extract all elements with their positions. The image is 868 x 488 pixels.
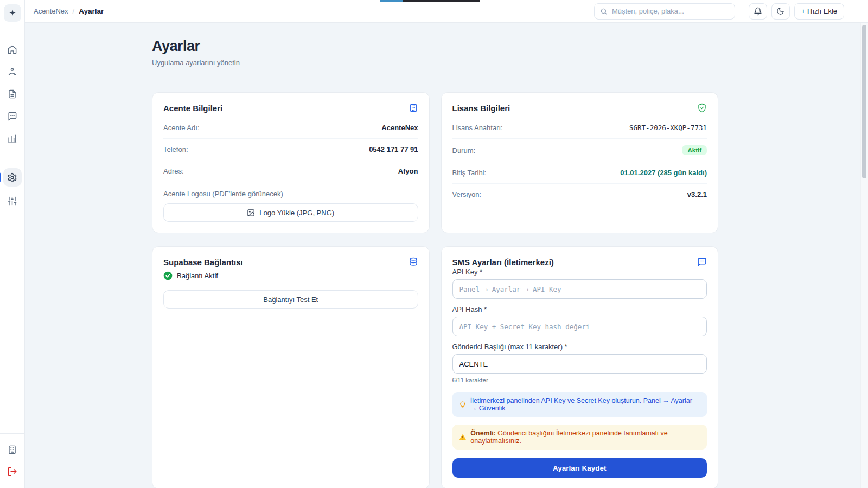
active-indicator (0, 173, 1, 182)
settings-grid: Acente Bilgileri Acente Adı: AcenteNex T… (152, 92, 718, 488)
sidebar-bottom (0, 433, 24, 488)
image-icon (247, 209, 255, 217)
sms-card-title: SMS Ayarları (İletimerkezi) (452, 258, 554, 267)
gear-icon (7, 172, 17, 183)
sidebar (0, 0, 25, 488)
license-key-value: SGRT-2026-XKQP-7731 (629, 124, 707, 132)
top-header: AcenteNex / Ayarlar + Hızlı Ekle (25, 0, 868, 23)
license-version-label: Versiyon: (452, 190, 481, 198)
scrollbar-track[interactable] (860, 23, 868, 488)
sms-info-text: İletimerkezi panelinden API Key ve Secre… (470, 397, 700, 412)
database-icon (409, 257, 418, 267)
search-icon (600, 8, 608, 15)
sms-warning-text: Önemli: Gönderici başlığını İletimerkezi… (470, 429, 700, 445)
header-divider (742, 7, 742, 16)
shield-check-icon (697, 103, 707, 113)
agency-name-row: Acente Adı: AcenteNex (163, 117, 418, 139)
notifications-button[interactable] (749, 3, 767, 20)
license-key-label: Lisans Anahtarı: (452, 124, 503, 132)
license-expiry-value: 01.01.2027 (285 gün kaldı) (620, 169, 707, 177)
agency-phone-row: Telefon: 0542 171 77 91 (163, 139, 418, 160)
building-icon (409, 103, 418, 113)
logo-upload-button[interactable]: Logo Yükle (JPG, PNG) (163, 203, 418, 222)
chat-bubble-icon (7, 111, 17, 121)
supabase-card: Supabase Bağlantısı Bağlantı Aktif Bağla… (152, 246, 430, 488)
agency-name-value: AcenteNex (381, 124, 418, 132)
test-connection-button[interactable]: Bağlantıyı Test Et (163, 290, 418, 309)
main-area: Ayarlar Uygulama ayarlarını yönetin Acen… (25, 23, 868, 488)
license-card-title: Lisans Bilgileri (452, 104, 510, 113)
license-expiry-label: Bitiş Tarihi: (452, 169, 487, 177)
artifact-dark-segment (403, 0, 480, 2)
agency-phone-label: Telefon: (163, 145, 188, 153)
home-icon (7, 44, 17, 55)
license-status-row: Durum: Aktif (452, 139, 707, 162)
connection-status-label: Bağlantı Aktif (177, 272, 218, 280)
building-icon (7, 445, 17, 455)
license-expiry-row: Bitiş Tarihi: 01.01.2027 (285 gün kaldı) (452, 162, 707, 184)
chat-icon (697, 257, 707, 267)
warning-triangle-icon (459, 433, 467, 441)
breadcrumb-page: Ayarlar (79, 7, 104, 15)
save-settings-button[interactable]: Ayarları Kaydet (452, 458, 707, 478)
api-hash-label: API Hash * (452, 305, 707, 313)
agency-info-card: Acente Bilgileri Acente Adı: AcenteNex T… (152, 92, 430, 233)
check-circle-icon (163, 271, 173, 280)
api-key-input[interactable] (452, 279, 707, 299)
document-icon (7, 89, 17, 99)
api-key-label: API Key * (452, 268, 707, 276)
agency-phone-value: 0542 171 77 91 (369, 145, 418, 153)
sidebar-item-home[interactable] (3, 41, 22, 57)
sidebar-item-settings[interactable] (3, 168, 22, 187)
sliders-icon (7, 196, 17, 206)
sender-title-label: Gönderici Başlığı (max 11 karakter) * (452, 343, 707, 351)
api-hash-input[interactable] (452, 317, 707, 336)
sidebar-item-customers[interactable] (3, 63, 22, 80)
sidebar-item-agency[interactable] (3, 441, 22, 458)
supabase-card-title: Supabase Bağlantısı (163, 258, 243, 267)
license-key-row: Lisans Anahtarı: SGRT-2026-XKQP-7731 (452, 117, 707, 139)
agency-address-row: Adres: Afyon (163, 160, 418, 182)
license-version-value: v3.2.1 (687, 190, 707, 198)
license-version-row: Versiyon: v3.2.1 (452, 184, 707, 205)
logout-icon (7, 466, 17, 477)
customers-icon (7, 67, 17, 77)
license-info-card: Lisans Bilgileri Lisans Anahtarı: SGRT-2… (441, 92, 719, 233)
sidebar-nav (3, 41, 22, 209)
sms-warning-bold: Önemli: (470, 429, 496, 437)
agency-logo-label: Acente Logosu (PDF'lerde görünecek) (163, 190, 418, 198)
agency-address-value: Afyon (398, 167, 418, 175)
sms-info-box: İletimerkezi panelinden API Key ve Secre… (452, 392, 707, 417)
logo-upload-label: Logo Yükle (JPG, PNG) (259, 209, 334, 217)
global-search[interactable] (594, 3, 735, 20)
connection-status: Bağlantı Aktif (163, 271, 418, 280)
sidebar-item-reports[interactable] (3, 130, 22, 146)
search-input[interactable] (612, 7, 729, 15)
sparkle-logo-icon (8, 9, 17, 17)
sidebar-item-logout[interactable] (3, 463, 22, 479)
breadcrumb: AcenteNex / Ayarlar (34, 7, 104, 15)
dark-mode-toggle[interactable] (771, 3, 790, 20)
artifact-blue-segment (380, 0, 403, 2)
top-progress-artifact (380, 0, 480, 2)
lightbulb-icon (459, 401, 466, 409)
sidebar-item-messages[interactable] (3, 108, 22, 124)
bell-icon (754, 7, 762, 16)
breadcrumb-separator: / (73, 7, 75, 15)
breadcrumb-app[interactable]: AcenteNex (34, 7, 68, 15)
moon-icon (776, 7, 784, 15)
quick-add-button[interactable]: + Hızlı Ekle (794, 3, 844, 20)
page-title: Ayarlar (152, 38, 718, 55)
scrollbar-thumb[interactable] (862, 25, 866, 178)
agency-address-label: Adres: (163, 167, 184, 175)
bar-chart-icon (7, 133, 17, 144)
sender-title-input[interactable] (452, 354, 707, 374)
sidebar-item-documents[interactable] (3, 86, 22, 102)
sidebar-item-preferences[interactable] (3, 192, 22, 209)
status-badge: Aktif (682, 145, 707, 155)
char-count: 6/11 karakter (452, 377, 707, 383)
page-subtitle: Uygulama ayarlarını yönetin (152, 59, 718, 67)
agency-name-label: Acente Adı: (163, 124, 200, 132)
sms-settings-card: SMS Ayarları (İletimerkezi) API Key * AP… (441, 246, 719, 488)
app-logo-button[interactable] (4, 4, 21, 22)
